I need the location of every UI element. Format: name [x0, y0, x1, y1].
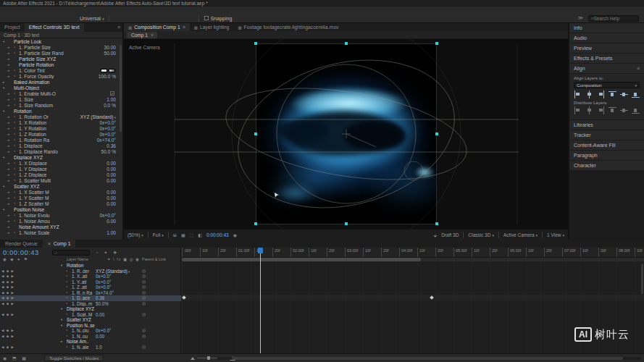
timeline-property-row[interactable]: ◀ ◆ ▶ ◔ 1. Z..ati 0x+0.0° ◎	[0, 285, 181, 290]
stopwatch-icon[interactable]: ◔	[13, 172, 19, 177]
twirl-icon[interactable]: ▸	[8, 144, 13, 148]
property-value[interactable]: 30.00	[104, 45, 116, 50]
pick-whip-icon[interactable]: ◎	[142, 295, 146, 301]
tab-render-queue[interactable]: Render Queue	[0, 240, 43, 248]
pick-whip-icon[interactable]: ◎	[142, 334, 146, 340]
effect-property-row[interactable]: ▾ ◔ Multi-Object	[0, 85, 122, 90]
stopwatch-icon[interactable]: ◔	[13, 114, 19, 119]
effect-property-row[interactable]: ▸ ◔ 1. X Rotation 0x+0.0°	[0, 119, 122, 125]
stopwatch-icon[interactable]: ◔	[13, 230, 19, 235]
stopwatch-icon[interactable]: ◔	[13, 138, 19, 142]
effect-property-row[interactable]: ▸ ◔ 1. Y Rotation 0x+0.0°	[0, 125, 122, 131]
property-value[interactable]: 0.00	[96, 334, 104, 340]
tab-footage[interactable]: ▦ Footage footagecrate-lightingaccent4a.…	[233, 23, 343, 31]
snapshot-camera-icon[interactable]: ◉	[233, 232, 237, 237]
twirl-icon[interactable]: ▾	[61, 263, 62, 269]
effect-property-row[interactable]: ▸ ◔ 1. X Displace 0.00	[0, 160, 122, 166]
stopwatch-icon[interactable]: ◔	[13, 190, 19, 194]
stopwatch-icon[interactable]: ◔	[13, 178, 19, 182]
panel-info[interactable]: Info	[569, 23, 644, 33]
mask-visibility-icon[interactable]: ▦	[181, 232, 185, 237]
magnification-dropdown[interactable]: (50%)▾	[127, 232, 143, 237]
property-value[interactable]: 0.0 %	[104, 103, 116, 108]
pick-whip-icon[interactable]: ◎	[142, 301, 146, 307]
timeline-property-row[interactable]: ◀ ◆ ▶ ◔ 1. N..olu 0x+0.0° ◎	[0, 328, 181, 334]
fast-previews-icon[interactable]: ⬙	[434, 232, 438, 237]
property-value[interactable]: 1.00	[106, 230, 116, 235]
align-vertical-center-icon[interactable]	[620, 90, 628, 98]
layer-handle[interactable]	[435, 42, 438, 45]
pick-whip-icon[interactable]: ◎	[142, 345, 146, 350]
keyframe-navigator[interactable]: ◀ ◆ ▶	[1, 312, 14, 318]
tab-composition[interactable]: ▦ Composition Comp 1 ≡	[124, 23, 190, 31]
effect-property-row[interactable]: ▸ ◔ 1. Noise Scale 1.00	[0, 230, 122, 235]
property-value[interactable]: 0.00	[106, 178, 116, 183]
align-right-icon[interactable]	[597, 90, 605, 98]
draft-3d-button[interactable]: Draft 3D	[441, 232, 459, 237]
effect-property-row[interactable]: ▸ ◔ 1. Particle Size 30.00	[0, 44, 122, 50]
twirl-icon[interactable]: ▸	[8, 132, 13, 136]
distribute-right-icon[interactable]	[597, 106, 605, 114]
timeline-property-row[interactable]: ◀ ◆ ▶ ◔ 1. Y..ati 0x+0.0° ◎	[0, 279, 181, 285]
distribute-vertical-center-icon[interactable]	[620, 106, 628, 114]
property-value[interactable]: 50.0 %	[101, 149, 116, 154]
zoom-thumb[interactable]	[207, 356, 210, 360]
stopwatch-icon[interactable]: ◔	[13, 201, 19, 206]
stopwatch-icon[interactable]: ◔	[65, 328, 67, 334]
distribute-horizontal-center-icon[interactable]	[585, 106, 593, 114]
property-value[interactable]: XYZ (Standard)	[80, 114, 116, 119]
workspace-overflow-icon[interactable]: ≫	[576, 15, 585, 21]
tab-effect-controls[interactable]: Effect Controls 3D text	[25, 23, 84, 32]
property-value[interactable]: 0x+0.0°	[96, 274, 112, 279]
property-value[interactable]: 0x+0.0°	[96, 328, 112, 334]
tab-timeline-comp[interactable]: ✕ Comp 1	[43, 240, 76, 248]
effect-property-row[interactable]: ▾ ◔ Position Noise	[0, 206, 122, 212]
toggle-switches-modes-button[interactable]: Toggle Switches / Modes	[44, 355, 104, 361]
stopwatch-icon[interactable]: ◔	[13, 149, 19, 153]
layer-handle[interactable]	[254, 132, 257, 135]
color-swatch-gradient[interactable]	[109, 69, 115, 72]
timeline-property-row[interactable]: ◀ ◆ ▶ ◔ 1. N..ou 0.00 ◎	[0, 334, 181, 340]
effect-property-row[interactable]: ▾ ◔ Rotation	[0, 108, 122, 114]
twirl-icon[interactable]: ▸	[8, 167, 13, 171]
tab-layer[interactable]: ▦ Layer lighting	[190, 23, 234, 31]
panel-paragraph[interactable]: Paragraph	[569, 151, 644, 160]
effect-property-row[interactable]: ▸ ◔ Particle Size XYZ	[0, 56, 122, 62]
effect-property-row[interactable]: ▸ ◔ 1. Rotation Ra 0x+74.0°	[0, 137, 122, 143]
twirl-icon[interactable]: ▸	[8, 57, 13, 61]
property-value[interactable]: 0.00	[106, 195, 116, 201]
color-swatches[interactable]	[101, 69, 115, 72]
timeline-property-row[interactable]: ◀ ◆ ▶ ◔ 1. Disp..m 50.0% ◎	[0, 301, 181, 307]
stopwatch-icon[interactable]: ◔	[13, 167, 19, 171]
twirl-icon[interactable]: ▾	[3, 156, 8, 159]
keyframe-navigator[interactable]: ◀ ◆ ▶	[1, 285, 14, 290]
effect-property-row[interactable]: ▸ ◔ 1. Size 1.00	[0, 96, 122, 102]
time-ruler[interactable]: :00f10f20f01:00f10f20f02:00f10f20f03:00f…	[182, 248, 644, 258]
stopwatch-icon[interactable]: ◔	[13, 213, 19, 217]
timeline-property-row[interactable]: ◀ ◆ ▶ ◔ 1. R..n Ra 0x+74.0° ◎	[0, 290, 181, 296]
effect-property-row[interactable]: ▸ ◔ 1. Rotation Or XYZ (Standard)	[0, 114, 122, 119]
twirl-icon[interactable]: ▸	[8, 69, 13, 72]
align-horizontal-center-icon[interactable]	[585, 90, 593, 98]
selection-tool[interactable]	[13, 14, 20, 21]
property-value[interactable]: 0x+0.0°	[96, 279, 112, 285]
keyframe-navigator[interactable]: ◀ ◆ ▶	[1, 328, 14, 334]
panel-audio[interactable]: Audio	[569, 33, 644, 43]
keyframe-navigator[interactable]: ◀ ◆ ▶	[1, 269, 14, 274]
stopwatch-icon[interactable]: ◔	[13, 120, 19, 125]
layer-name-column[interactable]: Layer Name	[67, 257, 88, 261]
stopwatch-icon[interactable]: ◔	[65, 290, 67, 296]
property-value[interactable]: 0.00	[96, 312, 104, 318]
timeline-property-row[interactable]: ◀ ◆ ▶ ▾ ◔ Rotation	[0, 263, 181, 269]
timeline-search-input[interactable]: ⌕	[52, 250, 90, 256]
property-value[interactable]: 1.00	[106, 97, 116, 102]
pick-whip-icon[interactable]: ◎	[142, 269, 146, 274]
layer-handle[interactable]	[435, 222, 438, 225]
property-value[interactable]: 50.0%	[96, 301, 109, 307]
effect-property-row[interactable]: ▸ ◔ 1. Size Random 0.0 %	[0, 102, 122, 108]
pick-whip-icon[interactable]: ◎	[142, 279, 146, 285]
stopwatch-icon[interactable]: ◔	[13, 103, 19, 107]
effect-property-row[interactable]: ▸ ◔ Particle Rotation	[0, 62, 122, 67]
property-value[interactable]: 0.00	[106, 201, 116, 206]
pick-whip-icon[interactable]: ◎	[142, 274, 146, 279]
